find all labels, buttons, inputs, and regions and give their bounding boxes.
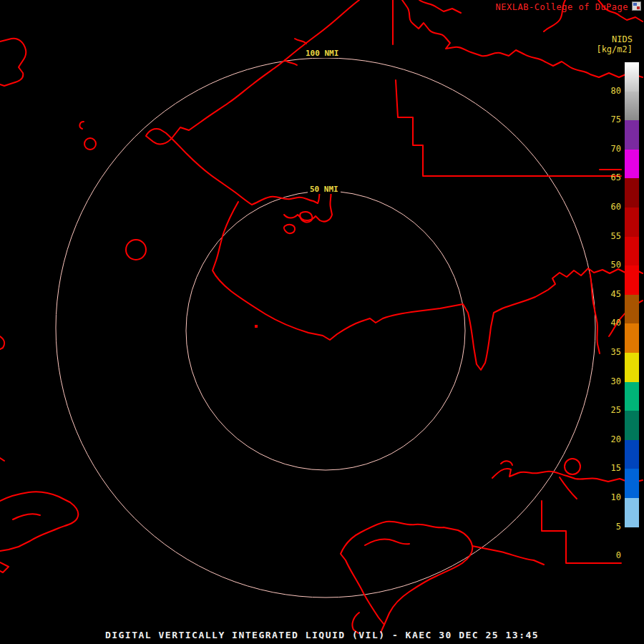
landmass-southwest — [0, 492, 78, 551]
colorbar — [625, 62, 639, 556]
colorbar-segment-75 — [625, 92, 639, 121]
brand-icon — [632, 1, 641, 11]
coastline-east-mid — [492, 469, 643, 483]
colorbar-segment-50 — [625, 237, 639, 266]
colorbar-title: NIDS — [596, 34, 633, 44]
colorbar-units: [kg/m2] — [596, 44, 633, 54]
colorbar-segment-30 — [625, 353, 639, 382]
island-bottom-center — [341, 522, 472, 625]
colorbar-segment-45 — [625, 265, 639, 295]
bay-coast — [252, 197, 318, 205]
boundary-stepped — [396, 80, 621, 176]
island-ring-east — [565, 459, 580, 474]
colorbar-segment-25 — [625, 382, 639, 411]
island-ring-small — [84, 138, 96, 150]
islet-left-edge-1 — [0, 336, 4, 349]
station-dot — [255, 325, 258, 328]
landmass-southwest-inner — [13, 514, 40, 519]
ring-label-50nmi: 50 NMI — [308, 185, 341, 194]
range-ring-100nmi — [56, 58, 595, 597]
colorbar-segment-60 — [625, 178, 639, 208]
colorbar-segment-5 — [625, 498, 639, 527]
ring-label-100nmi: 100 NMI — [303, 49, 341, 58]
colorbar-segment-20 — [625, 411, 639, 440]
colorbar-header: NIDS [kg/m2] — [596, 34, 633, 54]
colorbar-segment-70 — [625, 120, 639, 150]
islet-left-edge-2 — [0, 458, 4, 461]
colorbar-segment-15 — [625, 440, 639, 469]
islet-near-label-1 — [295, 39, 306, 44]
island-inner-detail — [365, 539, 409, 545]
peninsula-east — [590, 272, 600, 353]
colorbar-segment-55 — [625, 208, 639, 237]
map-outlines — [0, 0, 643, 633]
radar-map — [0, 0, 644, 644]
island-top-3 — [419, 0, 461, 13]
landmass-northwest-corner — [0, 39, 26, 86]
inlet-east-mid — [560, 477, 577, 499]
colorbar-segment-10 — [625, 469, 639, 498]
colorbar-segment-65 — [625, 150, 639, 179]
radar-viewport: NEXLAB-College of DuPage NIDS [kg/m2] 80… — [0, 0, 644, 644]
range-rings — [56, 58, 595, 597]
colorbar-segment-35 — [625, 323, 639, 353]
bay-island-2 — [284, 225, 295, 233]
brand-title: NEXLAB-College of DuPage — [496, 2, 628, 12]
islet-c-mark — [79, 122, 84, 129]
islet-east-mid — [501, 461, 512, 465]
range-ring-50nmi — [186, 191, 465, 470]
product-caption: DIGITAL VERTICALLY INTEGRATED LIQUID (VI… — [0, 630, 644, 640]
islet-southwest — [0, 562, 9, 572]
colorbar-segment-0 — [625, 527, 639, 557]
coastline-south — [213, 202, 643, 370]
island-connector-east — [472, 546, 544, 565]
island-ring-west — [126, 240, 146, 260]
boundary-bottom-right — [542, 501, 621, 563]
colorbar-segment-80 — [625, 62, 639, 92]
islet-near-label-2 — [285, 60, 297, 65]
colorbar-segment-40 — [625, 295, 639, 324]
